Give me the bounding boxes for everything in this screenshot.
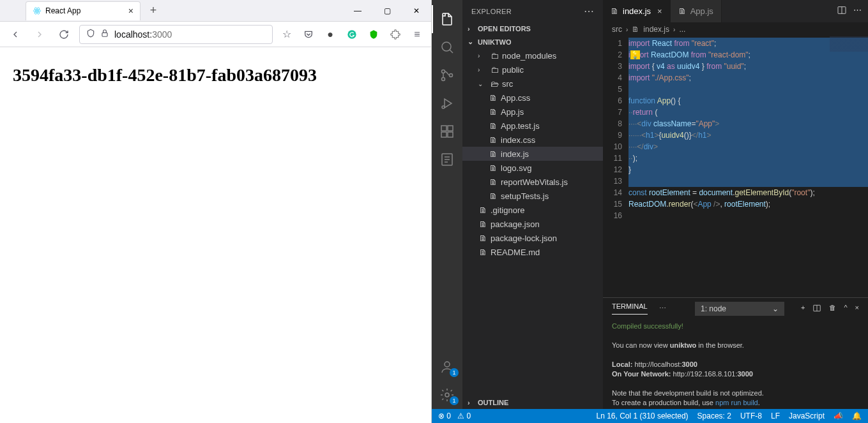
file-gitignore[interactable]: 🗎.gitignore [462,203,603,217]
file-rwv[interactable]: 🗎reportWebVitals.js [462,175,603,189]
file-icon: 🗎 [478,233,488,243]
file-index-css[interactable]: 🗎index.css [462,133,603,147]
window-close[interactable]: ✕ [402,0,431,22]
file-icon: 🗎 [488,163,498,173]
browser-tab-active[interactable]: React App × [26,1,141,20]
lock-icon [100,29,109,40]
new-terminal-icon[interactable]: + [801,304,805,314]
menu-icon[interactable]: ≡ [409,27,425,42]
file-index-js[interactable]: 🗎index.js [462,147,603,161]
pocket-icon[interactable] [301,27,316,42]
activity-settings[interactable]: 1 [432,381,462,409]
folder-src[interactable]: ⌄🗁src [462,77,603,91]
svg-rect-11 [441,126,446,131]
file-app-js[interactable]: 🗎App.js [462,105,603,119]
folder-public[interactable]: ›🗀public [462,63,603,77]
browser-window: React App × + — ▢ ✕ localhost:3000 ☆ ● ≡ [0,0,432,423]
browser-page: 3594fa33-db1f-452e-81b7-fab03a687093 [0,47,431,423]
open-editors-section[interactable]: ›OPEN EDITORS [462,22,603,35]
activity-todo[interactable] [432,145,462,174]
svg-point-7 [442,70,445,73]
terminal-selector[interactable]: 1: node⌄ [695,302,784,316]
file-icon: 🗎 [478,205,488,215]
nav-back-button[interactable] [6,26,24,43]
split-terminal-icon[interactable] [812,304,821,314]
url-bar[interactable]: localhost:3000 [79,25,273,44]
status-eol[interactable]: LF [771,412,780,420]
panel-tabs: TERMINAL ⋯ 1: node⌄ + 🗑 ^ × [603,298,868,319]
breadcrumb[interactable]: src› 🗎index.js› ... [603,22,868,36]
file-icon: 🗎 [478,219,488,229]
ext-circle-icon[interactable]: ● [323,27,338,42]
file-icon: 🗎 [488,107,498,117]
url-text: localhost:3000 [114,29,172,40]
file-package-lock[interactable]: 🗎package-lock.json [462,231,603,245]
file-app-css[interactable]: 🗎App.css [462,91,603,105]
svg-point-8 [442,78,445,81]
browser-tab-bar: React App × + — ▢ ✕ [0,0,431,22]
file-icon: 🗎 [488,135,498,145]
window-minimize[interactable]: — [343,0,372,22]
code-area[interactable]: 12345678910111213141516 import React fro… [603,36,868,297]
tab-close-icon[interactable]: × [128,6,133,16]
ext-puzzle-icon[interactable] [388,27,403,42]
status-cursor[interactable]: Ln 16, Col 1 (310 selected) [596,412,688,420]
code-lines: import React from "react"; i💡ort ReactDO… [628,36,868,297]
line-gutter: 12345678910111213141516 [603,36,628,297]
file-logo-svg[interactable]: 🗎logo.svg [462,161,603,175]
file-app-test[interactable]: 🗎App.test.js [462,119,603,133]
editor-group: 🗎index.js× 🗎App.js ⋯ src› 🗎index.js› ...… [603,0,868,409]
status-bell-icon[interactable]: 🔔 [852,412,862,420]
kill-terminal-icon[interactable]: 🗑 [829,304,836,314]
folder-node-modules[interactable]: ›🗀node_modules [462,48,603,63]
new-tab-button[interactable]: + [144,2,162,20]
window-maximize[interactable]: ▢ [372,0,402,22]
editor-more-icon[interactable]: ⋯ [853,5,862,17]
status-spaces[interactable]: Spaces: 2 [697,412,731,420]
activity-explorer[interactable] [432,5,462,33]
file-package-json[interactable]: 🗎package.json [462,217,603,231]
file-icon: 🗎 [678,6,687,16]
activity-source-control[interactable] [432,61,462,89]
svg-point-17 [445,393,449,397]
minimap[interactable] [830,36,868,75]
status-feedback-icon[interactable]: 📣 [834,412,843,420]
status-language[interactable]: JavaScript [789,412,825,420]
sidebar-more-icon[interactable]: ⋯ [584,5,594,17]
react-favicon [33,6,42,15]
panel-more-icon[interactable]: ⋯ [659,304,666,313]
file-setup-tests[interactable]: 🗎setupTests.js [462,189,603,203]
activity-extensions[interactable] [432,117,462,145]
status-warnings[interactable]: ⚠ 0 [457,412,471,420]
status-bar: ⊗ 0 ⚠ 0 Ln 16, Col 1 (310 selected) Spac… [432,409,868,423]
outline-section[interactable]: ›OUTLINE [462,396,603,409]
activity-debug[interactable] [432,89,462,117]
status-errors[interactable]: ⊗ 0 [438,412,451,420]
close-panel-icon[interactable]: × [855,304,859,314]
file-icon: 🗎 [488,121,498,131]
file-readme[interactable]: 🗎README.md [462,245,603,259]
close-icon[interactable]: × [657,6,662,16]
maximize-panel-icon[interactable]: ^ [844,304,847,314]
status-encoding[interactable]: UTF-8 [740,412,762,420]
activity-search[interactable] [432,33,462,61]
panel-tab-terminal[interactable]: TERMINAL [612,302,648,315]
page-heading: 3594fa33-db1f-452e-81b7-fab03a687093 [13,65,418,85]
project-section[interactable]: ⌄UNIKTWO [462,35,603,48]
ext-shield-icon[interactable] [366,27,381,42]
explorer-label: EXPLORER [471,8,512,15]
settings-badge: 1 [450,396,459,405]
accounts-badge: 1 [450,368,459,377]
activity-accounts[interactable]: 1 [432,353,462,381]
svg-rect-4 [102,33,107,36]
ext-grammarly-icon[interactable] [344,27,360,42]
svg-rect-13 [441,132,446,137]
nav-forward-button[interactable] [31,26,49,43]
editor-tab-index-js[interactable]: 🗎index.js× [603,0,671,22]
split-editor-icon[interactable] [837,5,847,17]
tab-title: React App [45,6,80,15]
bookmark-icon[interactable]: ☆ [279,27,294,42]
nav-reload-button[interactable] [55,26,73,43]
editor-tab-app-js[interactable]: 🗎App.js [671,0,722,22]
terminal-output[interactable]: Compiled successfully! You can now view … [603,319,868,409]
